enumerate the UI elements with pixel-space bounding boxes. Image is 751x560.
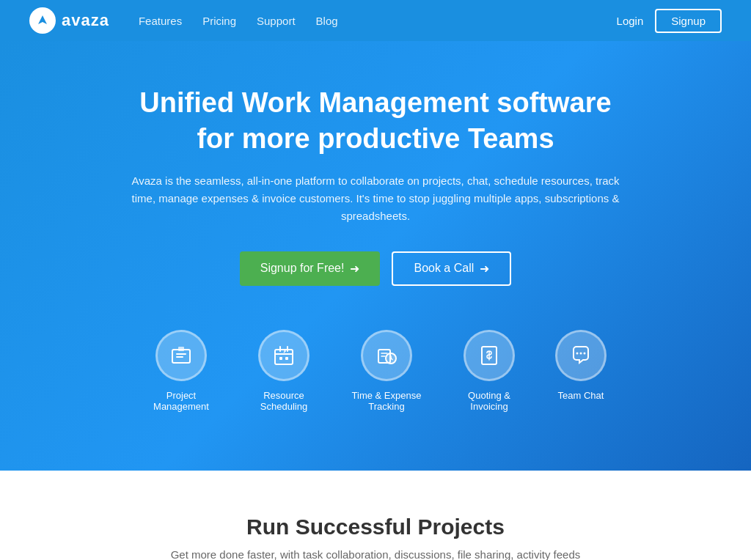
feature-quoting-invoicing[interactable]: Quoting & Invoicing xyxy=(453,330,526,412)
nav-links: Features Pricing Support Blog xyxy=(139,15,617,27)
feature-team-chat[interactable]: Team Chat xyxy=(555,330,607,412)
feature-resource-scheduling[interactable]: Resource Scheduling xyxy=(247,330,320,412)
hero-subtitle: Avaza is the seamless, all-in-one platfo… xyxy=(126,172,625,225)
login-button[interactable]: Login xyxy=(617,15,644,27)
svg-rect-4 xyxy=(279,357,282,360)
projects-section-subtitle: Get more done faster, with task collabor… xyxy=(163,548,588,560)
signup-free-button[interactable]: Signup for Free! ➜ xyxy=(240,251,381,286)
feature-icons: Project Management Resource Scheduling xyxy=(29,330,722,412)
brand-logo-icon xyxy=(29,7,56,34)
nav-features[interactable]: Features xyxy=(139,15,182,27)
project-management-label: Project Management xyxy=(144,390,218,412)
team-chat-icon xyxy=(555,330,607,381)
svg-point-0 xyxy=(41,19,44,22)
quoting-invoicing-icon xyxy=(464,330,515,381)
quoting-invoicing-label: Quoting & Invoicing xyxy=(453,390,526,412)
feature-time-expense[interactable]: Time & Expense Tracking xyxy=(350,330,423,412)
team-chat-label: Team Chat xyxy=(558,390,604,401)
nav-actions: Login Signup xyxy=(617,9,722,33)
signup-button[interactable]: Signup xyxy=(655,9,722,33)
svg-point-11 xyxy=(584,352,586,354)
hero-title: Unified Work Management software for mor… xyxy=(119,85,632,158)
svg-rect-5 xyxy=(285,357,288,360)
projects-section: Run Successful Projects Get more done fa… xyxy=(0,471,751,560)
brand-name: avaza xyxy=(62,11,109,30)
project-management-icon xyxy=(155,330,207,381)
nav-blog[interactable]: Blog xyxy=(316,15,338,27)
svg-point-9 xyxy=(576,352,579,354)
hero-section: Unified Work Management software for mor… xyxy=(0,41,751,471)
arrow-right-icon: ➜ xyxy=(350,262,359,276)
nav-support[interactable]: Support xyxy=(257,15,296,27)
projects-section-title: Run Successful Projects xyxy=(29,515,722,539)
time-expense-label: Time & Expense Tracking xyxy=(350,390,423,412)
time-expense-icon xyxy=(361,330,412,381)
arrow-right-icon-2: ➜ xyxy=(480,262,489,276)
svg-point-10 xyxy=(580,352,582,354)
navbar: avaza Features Pricing Support Blog Logi… xyxy=(0,0,751,41)
resource-scheduling-icon xyxy=(258,330,309,381)
feature-project-management[interactable]: Project Management xyxy=(144,330,218,412)
resource-scheduling-label: Resource Scheduling xyxy=(247,390,320,412)
hero-buttons: Signup for Free! ➜ Book a Call ➜ xyxy=(29,251,722,286)
svg-rect-2 xyxy=(178,347,184,351)
nav-pricing[interactable]: Pricing xyxy=(202,15,236,27)
book-call-button[interactable]: Book a Call ➜ xyxy=(392,251,511,286)
brand[interactable]: avaza xyxy=(29,7,109,34)
